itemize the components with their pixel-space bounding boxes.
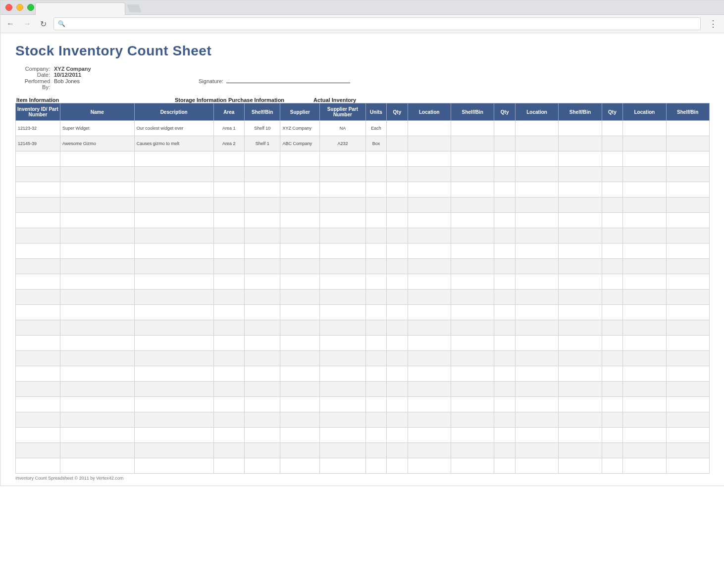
cell-sh2[interactable] (559, 167, 602, 182)
cell-units[interactable] (365, 428, 386, 443)
cell-units[interactable] (365, 320, 386, 336)
cell-qty2[interactable] (494, 351, 515, 366)
cell-supplier_part[interactable] (320, 428, 365, 443)
cell-sh2[interactable] (559, 366, 602, 382)
cell-qty1[interactable] (387, 213, 408, 228)
cell-loc2[interactable] (515, 443, 558, 458)
cell-supplier[interactable] (280, 182, 320, 197)
cell-qty2[interactable] (494, 151, 515, 167)
cell-qty3[interactable] (602, 366, 622, 382)
cell-sh3[interactable] (666, 244, 709, 259)
cell-loc3[interactable] (623, 382, 666, 397)
cell-qty2[interactable] (494, 443, 515, 458)
cell-id[interactable]: 12145-39 (16, 136, 60, 151)
cell-desc[interactable] (134, 412, 213, 428)
cell-supplier[interactable] (280, 320, 320, 336)
cell-qty3[interactable] (602, 412, 622, 428)
cell-qty3[interactable] (602, 136, 622, 151)
cell-name[interactable] (60, 213, 134, 228)
cell-qty2[interactable] (494, 412, 515, 428)
cell-units[interactable] (365, 274, 386, 290)
cell-sh3[interactable] (666, 259, 709, 274)
cell-loc3[interactable] (623, 397, 666, 412)
cell-supplier[interactable] (280, 167, 320, 182)
cell-area[interactable] (213, 397, 244, 412)
cell-area[interactable] (213, 213, 244, 228)
cell-loc1[interactable] (408, 443, 451, 458)
cell-supplier_part[interactable] (320, 151, 365, 167)
cell-sh2[interactable] (559, 182, 602, 197)
cell-sh2[interactable] (559, 458, 602, 474)
cell-loc2[interactable] (515, 290, 558, 305)
cell-area[interactable] (213, 259, 244, 274)
cell-sh1[interactable] (451, 366, 494, 382)
cell-sh3[interactable] (666, 366, 709, 382)
cell-supplier_part[interactable] (320, 305, 365, 320)
cell-supplier_part[interactable] (320, 351, 365, 366)
cell-supplier[interactable] (280, 336, 320, 351)
cell-supplier[interactable]: ABC Company (280, 136, 320, 151)
cell-loc3[interactable] (623, 197, 666, 213)
cell-shelf[interactable] (244, 412, 280, 428)
cell-loc3[interactable] (623, 320, 666, 336)
cell-desc[interactable] (134, 197, 213, 213)
cell-sh1[interactable] (451, 458, 494, 474)
cell-area[interactable]: Area 2 (213, 136, 244, 151)
cell-qty1[interactable] (387, 197, 408, 213)
cell-loc1[interactable] (408, 274, 451, 290)
cell-desc[interactable] (134, 366, 213, 382)
cell-id[interactable] (16, 305, 60, 320)
cell-name[interactable] (60, 182, 134, 197)
cell-qty3[interactable] (602, 151, 622, 167)
cell-sh1[interactable] (451, 259, 494, 274)
cell-loc3[interactable] (623, 274, 666, 290)
cell-id[interactable] (16, 274, 60, 290)
cell-supplier[interactable] (280, 213, 320, 228)
cell-supplier_part[interactable] (320, 167, 365, 182)
cell-loc2[interactable] (515, 382, 558, 397)
cell-id[interactable] (16, 151, 60, 167)
cell-supplier[interactable] (280, 259, 320, 274)
cell-units[interactable] (365, 412, 386, 428)
cell-shelf[interactable] (244, 182, 280, 197)
cell-area[interactable] (213, 336, 244, 351)
cell-shelf[interactable] (244, 244, 280, 259)
cell-area[interactable] (213, 167, 244, 182)
cell-units[interactable] (365, 228, 386, 244)
cell-loc2[interactable] (515, 274, 558, 290)
cell-sh3[interactable] (666, 458, 709, 474)
cell-qty1[interactable] (387, 151, 408, 167)
cell-loc1[interactable] (408, 351, 451, 366)
cell-sh1[interactable] (451, 121, 494, 136)
cell-units[interactable] (365, 259, 386, 274)
cell-sh2[interactable] (559, 151, 602, 167)
cell-supplier[interactable] (280, 382, 320, 397)
cell-supplier_part[interactable] (320, 197, 365, 213)
cell-id[interactable] (16, 213, 60, 228)
cell-qty2[interactable] (494, 121, 515, 136)
cell-qty1[interactable] (387, 412, 408, 428)
cell-sh3[interactable] (666, 182, 709, 197)
cell-shelf[interactable] (244, 428, 280, 443)
cell-name[interactable]: Super Widget (60, 121, 134, 136)
cell-desc[interactable] (134, 167, 213, 182)
cell-units[interactable] (365, 244, 386, 259)
cell-qty2[interactable] (494, 366, 515, 382)
cell-id[interactable] (16, 443, 60, 458)
cell-name[interactable] (60, 197, 134, 213)
cell-loc2[interactable] (515, 366, 558, 382)
cell-units[interactable] (365, 458, 386, 474)
cell-sh2[interactable] (559, 244, 602, 259)
back-button[interactable]: ← (4, 18, 16, 29)
cell-shelf[interactable] (244, 151, 280, 167)
cell-loc3[interactable] (623, 136, 666, 151)
cell-qty3[interactable] (602, 228, 622, 244)
cell-name[interactable] (60, 259, 134, 274)
cell-qty3[interactable] (602, 244, 622, 259)
cell-shelf[interactable] (244, 443, 280, 458)
cell-units[interactable] (365, 197, 386, 213)
cell-qty1[interactable] (387, 167, 408, 182)
cell-name[interactable] (60, 458, 134, 474)
cell-units[interactable] (365, 182, 386, 197)
cell-loc2[interactable] (515, 197, 558, 213)
